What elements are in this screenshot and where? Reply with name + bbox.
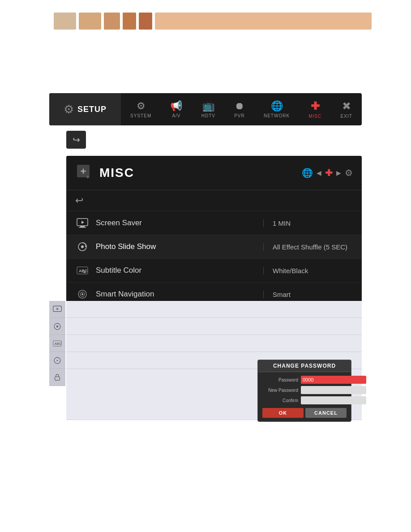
svg-point-21 [56,360,58,361]
screen-saver-label: Screen Saver [96,219,263,227]
confirm-input[interactable] [301,396,366,404]
password-input[interactable] [301,376,366,384]
menu-row-photo-slide-show[interactable]: Photo Slide Show All Effect Shuffle (5 S… [66,235,362,259]
av-icon: 📢 [170,100,182,112]
svg-rect-4 [80,226,85,227]
top-bar [54,13,372,30]
photo-slide-show-label: Photo Slide Show [96,242,263,251]
exit-label: EXIT [341,114,352,119]
smart-navigation-value: Smart [263,291,353,298]
network-label: NETWORK [264,113,290,118]
hdtv-label: HDTV [201,113,215,118]
nav-item-hdtv[interactable]: 📺 HDTV [198,100,219,118]
svg-point-7 [81,245,84,248]
nav-item-network[interactable]: 🌐 NETWORK [260,100,293,118]
exit-icon: ✖ [342,100,351,112]
system-icon: ⚙ [137,100,146,112]
globe-icon: 🌐 [302,167,313,178]
new-password-input[interactable] [301,386,366,394]
sidebar-icon-set-folder-password[interactable] [49,369,65,386]
dialog-body: Password New Password Confirm OK CANCEL [258,372,351,421]
desc-row-1 [66,301,362,318]
desc-row-2 [66,318,362,335]
misc-label: MISC [308,114,321,119]
menu-row-subtitle-color[interactable]: ABC Subtitle Color White/Black [66,259,362,283]
setup-gear-icon: ⚙ [64,103,74,116]
misc-header-icons: 🌐 ◀ ✚ ▶ ⚙ [302,167,353,178]
subtitle-color-icon: ABC [75,263,90,278]
top-seg-2 [79,13,101,30]
sidebar-icons: ABC [49,301,65,386]
sidebar-icon-smart-navigation[interactable] [49,352,65,369]
new-password-label: New Password [262,388,298,393]
arrow-right-icon: ▶ [336,169,341,176]
sidebar-icon-subtitle-color[interactable]: ABC [49,335,65,352]
nav-setup[interactable]: ⚙ SETUP [49,93,121,125]
svg-text:+: + [86,173,90,180]
system-label: SYSTEM [130,113,151,118]
setup-label: SETUP [77,105,107,114]
confirm-label: Confirm [262,398,298,403]
dialog-title: CHANGE PASSWORD [258,360,351,372]
svg-point-12 [81,293,83,295]
pvr-label: PVR [234,113,245,118]
dialog-field-confirm: Confirm [262,396,347,404]
ok-button[interactable]: OK [262,408,304,418]
top-seg-4 [123,13,136,30]
hdtv-icon: 📺 [202,100,214,112]
misc-icon: ✚ [311,100,320,112]
password-label: Password [262,378,298,382]
top-seg-5 [139,13,152,30]
misc-back-arrow-icon: ↩ [75,195,83,206]
misc-title: MISC [99,166,302,180]
svg-rect-5 [79,227,86,228]
header-gear-icon: ⚙ [345,167,353,178]
svg-text:+: + [81,166,86,177]
screen-saver-icon [75,216,90,230]
sidebar-icon-photo-slide-show[interactable] [49,318,65,335]
misc-menu-back-row[interactable]: ↩ [66,190,362,211]
header-plus-icon: ✚ [325,167,333,178]
svg-point-17 [56,325,59,327]
nav-bar: ⚙ SETUP ⚙ SYSTEM 📢 A/V 📺 HDTV ⏺ PVR 🌐 NE… [49,93,362,125]
desc-row-3 [66,335,362,352]
misc-plus-icon: + + [75,163,93,181]
top-seg-1 [54,13,76,30]
subtitle-color-value: White/Black [263,267,353,275]
back-area: ↩ [66,131,86,149]
back-arrow-icon: ↩ [73,134,80,145]
sidebar-icon-screen-saver[interactable] [49,301,65,318]
cancel-button[interactable]: CANCEL [305,408,347,418]
svg-text:ABC: ABC [79,269,88,273]
subtitle-color-label: Subtitle Color [96,266,263,275]
menu-row-screen-saver[interactable]: Screen Saver 1 MIN [66,211,362,235]
nav-item-exit[interactable]: ✖ EXIT [337,100,356,119]
svg-text:ABC: ABC [55,342,61,345]
nav-item-misc[interactable]: ✚ MISC [305,100,325,119]
smart-navigation-label: Smart Navigation [96,290,263,299]
back-button[interactable]: ↩ [66,131,86,149]
av-label: A/V [172,113,180,118]
nav-item-av[interactable]: 📢 A/V [167,100,186,118]
network-icon: 🌐 [271,100,283,112]
misc-plus-container: + + [75,163,93,183]
pvr-icon: ⏺ [235,100,244,112]
nav-items: ⚙ SYSTEM 📢 A/V 📺 HDTV ⏺ PVR 🌐 NETWORK ✚ … [121,93,362,125]
top-seg-6 [155,13,372,30]
nav-item-pvr[interactable]: ⏺ PVR [231,100,248,118]
top-seg-3 [104,13,120,30]
nav-item-system[interactable]: ⚙ SYSTEM [127,100,155,118]
photo-slide-show-value: All Effect Shuffle (5 SEC) [263,243,353,251]
dialog-field-new-password: New Password [262,386,347,394]
dialog-field-password: Password [262,376,347,384]
photo-slide-show-icon [75,240,90,254]
svg-rect-22 [55,377,60,380]
arrow-left-icon: ◀ [317,169,321,176]
dialog-buttons: OK CANCEL [262,408,347,418]
misc-header: + + MISC 🌐 ◀ ✚ ▶ ⚙ [66,156,362,190]
change-password-dialog: CHANGE PASSWORD Password New Password Co… [257,360,351,422]
smart-navigation-icon [75,287,90,301]
screen-saver-value: 1 MIN [263,219,353,227]
